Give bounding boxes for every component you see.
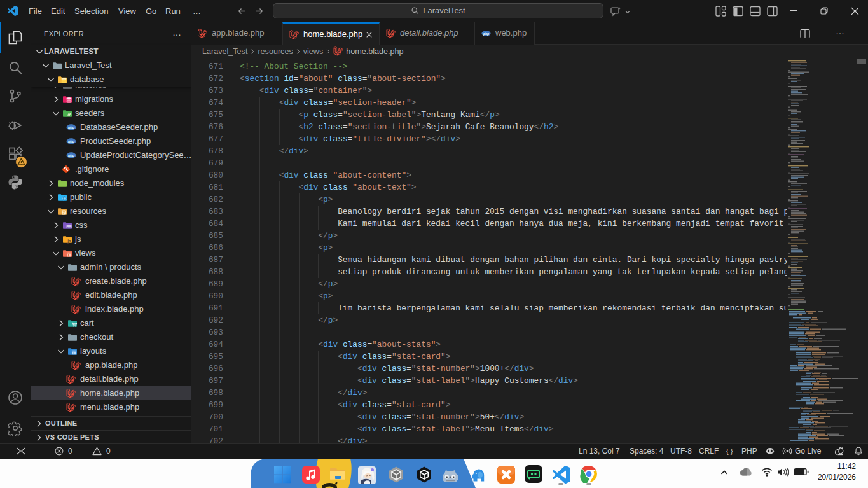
- svg-text:php: php: [67, 125, 75, 129]
- svg-text:php: php: [67, 139, 75, 143]
- svg-text:php: php: [67, 153, 75, 157]
- svg-text:php: php: [483, 32, 489, 36]
- svg-text:css: css: [67, 225, 72, 228]
- svg-text:js: js: [67, 239, 71, 244]
